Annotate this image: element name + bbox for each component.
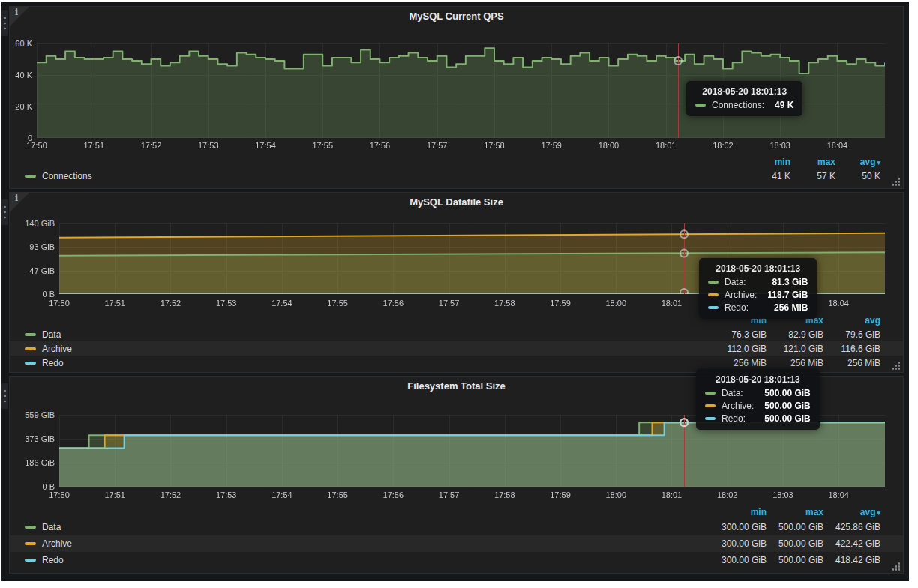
x-tick-label: 17:58 (478, 140, 511, 151)
legend-stat-sort-avg[interactable]: avg (824, 314, 880, 327)
legend-stat-value: 500.00 GiB (766, 522, 824, 532)
legend-series-label: Archive (42, 538, 72, 549)
x-tick-label: 18:02 (711, 490, 744, 500)
legend-stat-value: 116.6 GiB (824, 344, 880, 354)
series-color-dash-icon (25, 362, 36, 364)
y-tick-label: 559 GiB (10, 410, 55, 420)
x-tick-label: 18:03 (764, 140, 796, 151)
legend-series-toggle[interactable]: Redo (10, 358, 64, 368)
series-color-dash-icon (695, 104, 706, 106)
legend-stat-value: 57 K (790, 171, 836, 182)
panel-resize-handle[interactable] (892, 562, 901, 571)
panel-title[interactable]: MySQL Current QPS (10, 10, 903, 22)
legend-series-toggle[interactable]: Connections (10, 171, 92, 182)
x-tick-label: 17:58 (488, 490, 521, 500)
x-tick-label: 17:52 (154, 490, 187, 500)
legend-stat-sort-avg[interactable]: avg▾ (836, 155, 880, 169)
series-color-dash-icon (25, 542, 36, 545)
series-color-dash-icon (708, 280, 718, 284)
x-tick-label: 17:54 (266, 490, 298, 500)
tooltip-series-label: Data: (724, 277, 746, 287)
legend-stat-value: 41 K (746, 171, 790, 182)
x-tick-label: 18:00 (599, 490, 632, 500)
series-color-dash-icon (708, 306, 718, 309)
tooltip-series-row: Redo:500.00 GiB (705, 413, 811, 424)
legend-series-label: Connections (42, 171, 92, 182)
x-tick-label: 18:02 (706, 140, 740, 151)
tooltip-qps: 2018-05-20 18:01:13 Connections:49 K (686, 81, 802, 116)
x-tick-label: 18:04 (822, 490, 855, 500)
legend-stat-value: 50 K (836, 171, 880, 182)
tooltip-series-value: 49 K (775, 100, 794, 110)
tooltip-filesystem-size: 2018-05-20 18:01:13 Data:500.00 GiBArchi… (696, 369, 820, 430)
tooltip-timestamp: 2018-05-20 18:01:13 (708, 263, 808, 274)
legend-stat-sort-min[interactable]: min (710, 506, 766, 519)
legend-row: Redo300.00 GiB500.00 GiB418.42 GiB (10, 552, 903, 568)
panel-drag-handle[interactable] (2, 10, 8, 36)
tooltip-series-value: 500.00 GiB (764, 400, 810, 411)
x-tick-label: 17:57 (433, 490, 466, 500)
chevron-down-icon: ▾ (877, 159, 880, 166)
y-tick-label: 40 K (10, 70, 32, 80)
legend-series-toggle[interactable]: Redo (10, 555, 64, 566)
tooltip-series-label: Archive: (724, 290, 757, 300)
y-tick-label: 20 K (10, 101, 32, 112)
x-tick-label: 17:55 (321, 490, 354, 500)
x-tick-label: 18:01 (655, 490, 688, 500)
y-tick-label: 47 GiB (10, 266, 55, 276)
x-tick-label: 18:04 (820, 140, 854, 151)
legend-stat-sort-avg[interactable]: avg▾ (824, 506, 880, 519)
x-tick-label: 17:56 (376, 490, 410, 500)
panel-drag-handle[interactable] (2, 383, 8, 409)
series-color-dash-icon (25, 333, 36, 336)
x-tick-label: 17:55 (306, 140, 339, 151)
series-color-dash-icon (705, 404, 716, 407)
legend: minmaxavgData76.3 GiB82.9 GiB79.6 GiBArc… (10, 314, 903, 370)
x-tick-label: 17:56 (363, 140, 396, 151)
tooltip-series-label: Redo: (722, 413, 746, 424)
legend-stat-sort-max[interactable]: max (790, 155, 836, 169)
panel-drag-handle[interactable] (2, 200, 8, 225)
x-tick-label: 17:50 (43, 298, 76, 308)
legend: minmaxavg▾Connections41 K57 K50 K (10, 155, 903, 184)
x-tick-label: 17:52 (154, 298, 187, 308)
x-tick-label: 17:51 (98, 490, 131, 500)
legend-stat-value: 500.00 GiB (766, 555, 824, 566)
tooltip-series-row: Redo:256 MiB (708, 302, 808, 313)
x-tick-label: 17:59 (544, 490, 577, 500)
series-color-dash-icon (25, 526, 36, 529)
legend-stat-value: 76.3 GiB (710, 329, 766, 340)
series-color-dash-icon (25, 175, 36, 178)
x-tick-label: 17:54 (266, 298, 298, 308)
y-tick-label: 140 GiB (10, 218, 55, 229)
panel-resize-handle[interactable] (892, 178, 901, 186)
panel-resize-handle[interactable] (892, 362, 901, 370)
legend-series-label: Redo (42, 555, 64, 566)
tooltip-series-label: Redo: (724, 302, 748, 313)
legend-stat-value: 500.00 GiB (766, 538, 824, 549)
x-tick-label: 17:57 (433, 298, 466, 308)
legend-row: Data76.3 GiB82.9 GiB79.6 GiB (10, 327, 903, 341)
x-tick-label: 18:04 (822, 298, 855, 308)
legend-series-toggle[interactable]: Archive (10, 538, 72, 549)
x-tick-label: 18:00 (599, 298, 632, 308)
legend-stat-value: 79.6 GiB (824, 329, 880, 340)
x-tick-label: 18:03 (766, 490, 800, 500)
legend-series-toggle[interactable]: Data (10, 522, 61, 532)
dashboard: i MySQL Current QPS 60 K40 K20 K0 17:501… (2, 2, 909, 581)
legend-series-toggle[interactable]: Data (10, 329, 61, 340)
legend-stat-sort-min[interactable]: min (746, 155, 790, 169)
legend-series-toggle[interactable]: Archive (10, 344, 72, 354)
legend-stat-sort-max[interactable]: max (766, 506, 824, 519)
y-tick-label: 60 K (10, 38, 32, 49)
legend-stat-value: 256 MiB (710, 358, 766, 368)
x-tick-label: 17:57 (421, 140, 454, 151)
tooltip-series-value: 81.3 GiB (772, 277, 808, 287)
legend-series-label: Data (42, 329, 61, 340)
panel-title[interactable]: MySQL Datafile Size (10, 196, 903, 208)
legend-stats-header: minmaxavg▾ (10, 506, 903, 519)
legend-stat-value: 422.42 GiB (824, 538, 880, 549)
legend-series-label: Data (42, 522, 61, 532)
legend-stat-value: 256 MiB (824, 358, 880, 368)
tooltip-series-label: Connections: (712, 100, 764, 110)
